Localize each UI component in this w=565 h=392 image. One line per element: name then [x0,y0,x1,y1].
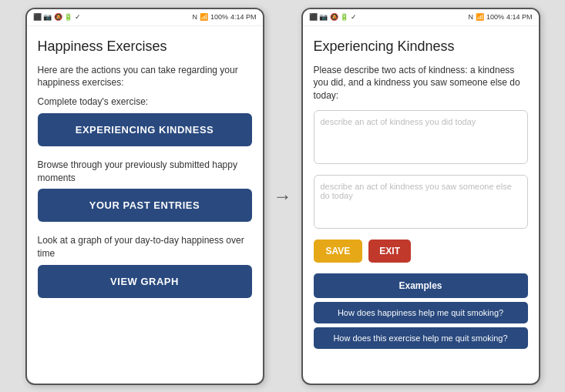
network-icon-1: N [192,13,197,21]
section1-desc: Here are the actions you can take regard… [38,64,252,90]
signal-icon-2: 📶 [476,13,484,21]
action-buttons: SAVE EXIT [314,240,528,263]
save-button[interactable]: SAVE [314,240,363,263]
screen2-title: Experiencing Kindness [314,39,528,55]
screen1-title: Happiness Exercises [38,39,252,55]
status-left-1: ⬛ 📷 🔕 🔋 ✓ [33,13,81,21]
phone-screen-1: ⬛ 📷 🔕 🔋 ✓ N 📶 100% 4:14 PM Happiness Exe… [25,8,264,385]
section1-sublabel: Complete today's exercise: [38,95,252,109]
examples-header-button[interactable]: Examples [314,273,528,298]
time-label-2: 4:14 PM [506,13,533,21]
status-right-1: N 📶 100% 4:14 PM [192,13,256,21]
kindness-did-input[interactable] [314,110,528,164]
battery-label-2: 100% [486,13,504,21]
experiencing-kindness-button[interactable]: EXPERIENCING KINDNESS [38,113,252,146]
past-entries-button[interactable]: YOUR PAST ENTRIES [38,189,252,222]
status-icons-1: ⬛ 📷 🔕 🔋 ✓ [33,13,81,21]
section2-desc: Browse through your previously submitted… [38,159,252,185]
battery-label-1: 100% [210,13,228,21]
view-graph-button[interactable]: VIEW GRAPH [38,265,252,298]
status-icons-2: ⬛ 📷 🔕 🔋 ✓ [309,13,357,21]
status-right-2: N 📶 100% 4:14 PM [468,13,532,21]
status-left-2: ⬛ 📷 🔕 🔋 ✓ [309,13,357,21]
screen2-desc: Please describe two acts of kindness: a … [314,64,528,102]
exercise-quit-smoking-button[interactable]: How does this exercise help me quit smok… [314,327,528,349]
phone1-content: Happiness Exercises Here are the actions… [27,26,263,384]
kindness-saw-input[interactable] [314,175,528,229]
navigation-arrow: → [271,186,295,207]
examples-section: Examples How does happiness help me quit… [314,273,528,349]
network-icon-2: N [468,13,473,21]
phone-screen-2: ⬛ 📷 🔕 🔋 ✓ N 📶 100% 4:14 PM Experiencing … [301,8,540,385]
section3-desc: Look at a graph of your day-to-day happi… [38,234,252,260]
status-bar-1: ⬛ 📷 🔕 🔋 ✓ N 📶 100% 4:14 PM [27,9,263,26]
time-label-1: 4:14 PM [230,13,257,21]
signal-icon-1: 📶 [200,13,208,21]
status-bar-2: ⬛ 📷 🔕 🔋 ✓ N 📶 100% 4:14 PM [303,9,539,26]
happiness-quit-smoking-button[interactable]: How does happiness help me quit smoking? [314,302,528,323]
phone2-content: Experiencing Kindness Please describe tw… [303,26,539,384]
exit-button[interactable]: EXIT [368,240,411,263]
